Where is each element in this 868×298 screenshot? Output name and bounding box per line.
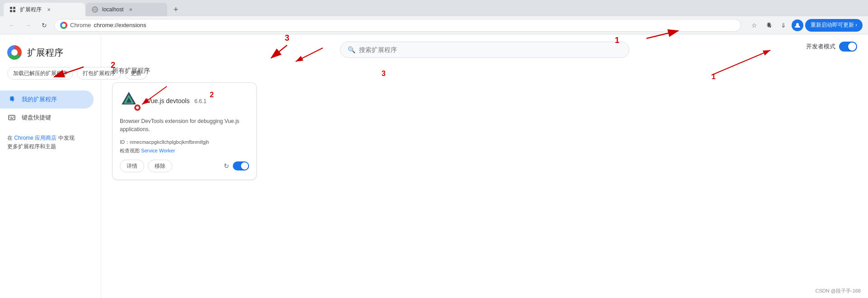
ext-worker-link[interactable]: Service Worker [141, 148, 175, 153]
sidebar-chrome-store: 在 Chrome 应用商店 中发现更多扩展程序和主题 [0, 127, 101, 158]
load-extension-btn[interactable]: 加载已解压的扩展程序 [7, 67, 73, 80]
search-icon: 🔍 [348, 46, 355, 53]
ext-description: Browser DevTools extension for debugging… [120, 117, 249, 133]
download-btn[interactable]: ⇓ [777, 19, 790, 32]
ext-buttons: 详情 移除 [120, 160, 172, 172]
tab-localhost[interactable]: localhost ✕ [86, 3, 167, 16]
nav-icons: ☆ ⇓ 重新启动即可更新 › [748, 19, 863, 32]
update-browser-btn[interactable]: 重新启动即可更新 › [805, 19, 863, 32]
sidebar-shortcuts-label: 键盘快捷键 [22, 114, 51, 122]
toolbar: 加载已解压的扩展程序 打包扩展程序 更新 [0, 67, 101, 87]
tab-extensions[interactable]: 扩展程序 ✕ [4, 3, 85, 16]
sidebar: 扩展程序 加载已解压的扩展程序 打包扩展程序 更新 我的扩展程序 [0, 34, 101, 298]
svg-rect-0 [10, 7, 12, 9]
ext-logo-badge [133, 104, 142, 112]
ext-version: 6.6.1 [194, 98, 207, 104]
ext-id: ID：nmecmacpgkcllchplgbcjkmfbnmifgjh [120, 139, 249, 146]
ext-logo [120, 90, 142, 112]
user-icon [794, 22, 801, 29]
address-bar[interactable]: Chrome chrome://extensions [54, 19, 741, 32]
ext-refresh-btn[interactable]: ↻ [224, 162, 229, 170]
browser-frame: 扩展程序 ✕ localhost ✕ + ← → ↻ Chrome chrome… [0, 0, 868, 298]
ext-right-controls: ↻ [224, 161, 249, 170]
chrome-store-text1: 在 [7, 135, 14, 141]
tab-extensions-close[interactable]: ✕ [45, 6, 52, 13]
search-container: 🔍 [112, 42, 857, 58]
ext-worker-label: 检查视图 [120, 148, 140, 153]
chrome-store-link[interactable]: Chrome 应用商店 [14, 135, 57, 141]
svg-rect-11 [13, 117, 14, 118]
sidebar-item-my-extensions[interactable]: 我的扩展程序 [0, 90, 94, 109]
record-icon [135, 105, 140, 110]
search-input[interactable] [359, 46, 622, 53]
page-title: 扩展程序 [27, 47, 63, 59]
tab-localhost-close[interactable]: ✕ [127, 6, 134, 13]
chrome-logo-icon [60, 22, 67, 29]
svg-rect-2 [10, 10, 12, 12]
ext-toggle[interactable] [233, 161, 249, 170]
search-bar[interactable]: 🔍 [340, 42, 629, 58]
update-browser-label: 重新启动即可更新 › [811, 21, 857, 29]
ext-header: Vue.js devtools 6.6.1 [120, 90, 249, 112]
extension-card: Vue.js devtools 6.6.1 Browser DevTools e… [112, 82, 257, 180]
ext-name-text: Vue.js devtools [147, 97, 189, 104]
sidebar-item-shortcuts[interactable]: 键盘快捷键 [0, 109, 94, 127]
sidebar-my-extensions-label: 我的扩展程序 [22, 95, 57, 104]
ext-worker: 检查视图 Service Worker [120, 147, 249, 154]
svg-rect-10 [11, 117, 12, 118]
puzzle-icon [765, 22, 773, 29]
chrome-icon [7, 45, 22, 60]
keyboard-icon [7, 113, 16, 122]
extensions-icon [7, 95, 16, 104]
ext-name-area: Vue.js devtools 6.6.1 [147, 97, 207, 105]
svg-rect-3 [13, 10, 15, 12]
svg-rect-1 [13, 7, 15, 9]
main-content: 开发者模式 🔍 所有扩展程序 [101, 34, 868, 298]
tab-extensions-icon [9, 6, 16, 13]
chrome-text: Chrome [70, 22, 91, 28]
tab-localhost-icon [91, 6, 99, 13]
reload-btn[interactable]: ↻ [38, 19, 51, 32]
section-title: 所有扩展程序 [112, 67, 857, 75]
tab-add-btn[interactable]: + [169, 3, 183, 16]
address-text: chrome://extensions [94, 22, 146, 28]
ext-remove-btn[interactable]: 移除 [148, 160, 172, 172]
extension-icon-btn[interactable] [763, 19, 775, 32]
user-avatar[interactable] [792, 19, 803, 31]
svg-rect-9 [9, 117, 10, 118]
sidebar-nav: 我的扩展程序 键盘快捷键 [0, 90, 101, 127]
title-bar: 扩展程序 ✕ localhost ✕ + [0, 0, 868, 16]
ext-name: Vue.js devtools 6.6.1 [147, 97, 207, 105]
tab-extensions-label: 扩展程序 [20, 6, 42, 14]
back-btn[interactable]: ← [5, 19, 18, 32]
page-content: 扩展程序 加载已解压的扩展程序 打包扩展程序 更新 我的扩展程序 [0, 34, 868, 298]
svg-point-16 [136, 106, 139, 109]
watermark: CSDN @段子手-168 [816, 288, 861, 294]
svg-rect-12 [10, 118, 13, 119]
sidebar-header: 扩展程序 [0, 42, 101, 67]
ext-actions: 详情 移除 ↻ [120, 160, 249, 172]
nav-bar: ← → ↻ Chrome chrome://extensions ☆ ⇓ [0, 16, 868, 34]
forward-btn[interactable]: → [22, 19, 34, 32]
ext-details-btn[interactable]: 详情 [120, 160, 144, 172]
tab-localhost-label: localhost [102, 6, 123, 13]
bookmark-btn[interactable]: ☆ [748, 19, 761, 32]
